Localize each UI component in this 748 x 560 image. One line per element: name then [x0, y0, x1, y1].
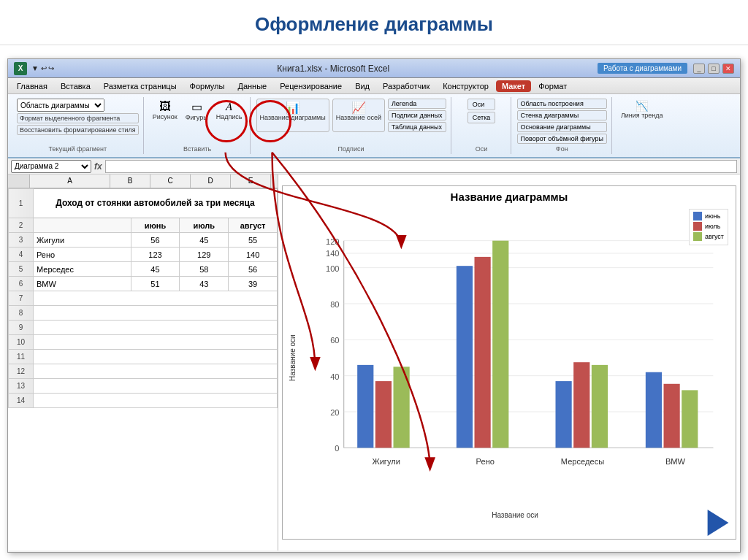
empty-cell[interactable]: [34, 306, 278, 321]
row4-d[interactable]: 140: [229, 248, 278, 262]
povorot-button[interactable]: Поворот объёмной фигуры: [517, 134, 607, 144]
risunok-icon: 🖼: [159, 100, 171, 113]
header-col-a[interactable]: [34, 218, 131, 233]
window-title: Книга1.xlsx - Microsoft Excel: [69, 64, 597, 74]
row6-c[interactable]: 43: [180, 277, 229, 291]
menu-glavnaya[interactable]: Главная: [11, 80, 53, 92]
window-controls: _ □ ✕: [693, 64, 734, 74]
osi-button[interactable]: Оси: [468, 99, 495, 110]
table-row: 9: [9, 321, 278, 335]
col-c-header: C: [150, 174, 191, 188]
osnovanie-button[interactable]: Основание диаграммы: [517, 122, 607, 132]
row6-b[interactable]: 51: [131, 277, 180, 291]
formula-input[interactable]: [105, 160, 737, 173]
menu-formuly[interactable]: Формулы: [184, 80, 231, 92]
chart-title: Название диаграммы: [287, 191, 731, 203]
setka-button[interactable]: Сетка: [468, 112, 495, 123]
empty-cell[interactable]: [34, 364, 278, 379]
empty-cell[interactable]: [34, 394, 278, 408]
row-num-1: 1: [9, 189, 34, 218]
ribbon-group-analiz: 📉 Линия тренда Анализ: [614, 97, 671, 154]
ribbon-group-podpisi-label: Подписи: [338, 144, 365, 153]
restore-style-button[interactable]: Восстановить форматирование стиля: [17, 125, 139, 135]
title-cell[interactable]: Доход от стоянки автомобилей за три меся…: [34, 189, 278, 218]
svg-text:20: 20: [330, 408, 339, 417]
row3-c[interactable]: 45: [180, 233, 229, 248]
close-button[interactable]: ✕: [722, 64, 734, 74]
menu-razrabotchik[interactable]: Разработчик: [377, 80, 435, 92]
legend-august-color: [693, 232, 702, 241]
menu-recenzirovanie[interactable]: Рецензирование: [274, 80, 348, 92]
right-panel: Название диаграммы Название оси: [278, 174, 740, 551]
x-label-bmw: BMW: [665, 457, 686, 466]
liniya-trenda-button[interactable]: 📉 Линия тренда: [618, 99, 666, 120]
menu-konstruktor[interactable]: Конструктор: [437, 80, 495, 92]
figury-button[interactable]: ▭ Фигуры: [183, 99, 211, 123]
podpisi-dannyh-button[interactable]: Подписи данных: [388, 110, 446, 120]
menu-format[interactable]: Формат: [533, 80, 573, 92]
formula-bar: Диаграмма 2 fx: [8, 158, 740, 174]
menu-maket[interactable]: Макет: [496, 80, 531, 92]
table-row: 11: [9, 350, 278, 364]
minimize-button[interactable]: _: [693, 64, 705, 74]
excel-logo: X: [14, 62, 27, 75]
row3-d[interactable]: 55: [229, 233, 278, 248]
svg-text:80: 80: [330, 300, 339, 309]
row4-b[interactable]: 123: [131, 248, 180, 262]
empty-cell[interactable]: [34, 379, 278, 394]
row5-c[interactable]: 58: [180, 262, 229, 277]
header-col-b[interactable]: июнь: [131, 218, 180, 233]
chart-svg-container: 0 20 40 60 80 100 120 140: [299, 206, 731, 510]
menu-dannye[interactable]: Данные: [232, 80, 272, 92]
ribbon: Область диаграммы Формат выделенного фра…: [8, 94, 740, 158]
table-row: 7: [9, 291, 278, 306]
empty-cell[interactable]: [34, 291, 278, 306]
nazvanie-osey-button[interactable]: 📈 Название осей: [332, 99, 385, 132]
menu-razmetka[interactable]: Разметка страницы: [98, 80, 183, 92]
figury-icon: ▭: [191, 100, 202, 114]
spreadsheet-table: 1 Доход от стоянки автомобилей за три ме…: [8, 188, 278, 408]
maximize-button[interactable]: □: [708, 64, 720, 74]
row6-d[interactable]: 39: [229, 277, 278, 291]
liniya-trenda-icon: 📉: [636, 100, 648, 112]
nazvanie-diagrammy-button[interactable]: 📊 Название диаграммы: [256, 99, 329, 132]
excel-window: X ▼ ↩ ↪ Книга1.xlsx - Microsoft Excel Ра…: [7, 58, 741, 553]
bar-reno-june: [457, 266, 473, 448]
row5-b[interactable]: 45: [131, 262, 180, 277]
current-fragment-select[interactable]: Область диаграммы: [17, 99, 104, 112]
empty-cell[interactable]: [34, 321, 278, 335]
tablica-dannyh-button[interactable]: Таблица данных: [388, 122, 446, 132]
x-label-merc: Мерседесы: [561, 457, 604, 466]
row3-a[interactable]: Жигули: [34, 233, 131, 248]
table-row: 14: [9, 394, 278, 408]
row4-c[interactable]: 129: [180, 248, 229, 262]
page-title-area: Оформление диаграммы: [0, 0, 748, 45]
empty-cell[interactable]: [34, 335, 278, 350]
format-fragment-button[interactable]: Формат выделенного фрагмента: [17, 113, 139, 123]
empty-cell[interactable]: [34, 350, 278, 364]
menu-vstavka[interactable]: Вставка: [55, 80, 96, 92]
nadpis-button[interactable]: 𝐴 Надпись: [213, 99, 245, 123]
bar-bmw-july: [664, 384, 680, 448]
legenda-button[interactable]: Легenda: [388, 99, 446, 109]
name-box[interactable]: Диаграмма 2: [11, 160, 91, 173]
row3-b[interactable]: 56: [131, 233, 180, 248]
legend-july-label: июль: [705, 223, 721, 230]
vstavit-buttons: 🖼 Рисунок ▭ Фигуры 𝐴 Надпись: [150, 99, 245, 123]
row5-a[interactable]: Мерседес: [34, 262, 131, 277]
row4-a[interactable]: Рено: [34, 248, 131, 262]
row-num-2: 2: [9, 218, 34, 233]
row5-d[interactable]: 56: [229, 262, 278, 277]
oblast-button[interactable]: Область построения: [517, 99, 607, 109]
legend-june-color: [693, 212, 702, 220]
header-col-d[interactable]: август: [229, 218, 278, 233]
bar-bmw-august: [682, 390, 698, 448]
menu-vid[interactable]: Вид: [349, 80, 375, 92]
risunok-button[interactable]: 🖼 Рисунок: [150, 99, 180, 123]
chart-container[interactable]: Название диаграммы Название оси: [282, 185, 736, 540]
header-col-c[interactable]: июль: [180, 218, 229, 233]
ribbon-group-fon: Область построения Стенка диаграммы Осно…: [513, 97, 612, 154]
row6-a[interactable]: BMW: [34, 277, 131, 291]
svg-text:120: 120: [326, 237, 340, 246]
stenka-button[interactable]: Стенка диаграммы: [517, 110, 607, 120]
